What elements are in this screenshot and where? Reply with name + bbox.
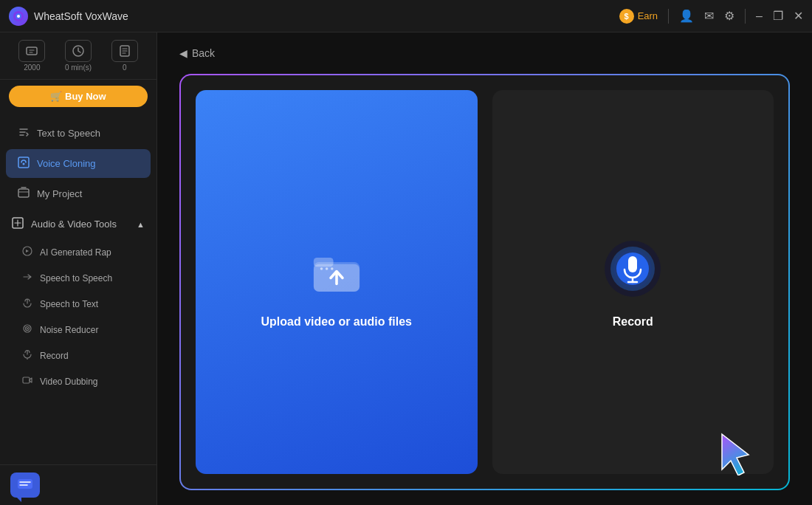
tools-chevron-icon: ▲ (137, 220, 145, 229)
sidebar-stats: 2000 0 min(s) 0 (0, 32, 156, 80)
sidebar-item-voice-cloning[interactable]: Voice Cloning (6, 149, 151, 178)
svg-rect-14 (23, 377, 30, 383)
svg-rect-6 (18, 157, 29, 168)
svg-point-20 (326, 267, 328, 270)
mail-icon[interactable]: ✉ (704, 9, 714, 23)
earn-label: Earn (638, 10, 658, 21)
speech-to-speech-icon (22, 272, 32, 284)
files-stat: 0 (103, 40, 146, 72)
upload-area: Upload video or audio files (179, 74, 790, 490)
titlebar: WheatSoft VoxWave $ Earn 👤 ✉ ⚙ – ❐ ✕ (0, 0, 812, 32)
svg-point-2 (17, 15, 20, 18)
audio-video-tools-group[interactable]: Audio & Video Tools ▲ (0, 210, 156, 238)
my-project-label: My Project (37, 188, 82, 199)
settings-icon[interactable]: ⚙ (724, 9, 734, 23)
minimize-button[interactable]: – (756, 10, 763, 23)
sidebar: 2000 0 min(s) 0 (0, 32, 157, 505)
tools-group-label: Audio & Video Tools (31, 219, 117, 230)
voice-cloning-label: Voice Cloning (37, 158, 96, 169)
titlebar-separator2 (745, 9, 746, 24)
record-card[interactable]: Record (492, 90, 774, 474)
upload-label: Upload video or audio files (261, 315, 412, 329)
sidebar-item-video-dubbing[interactable]: Video Dubbing (12, 369, 151, 394)
noise-reducer-label: Noise Reducer (40, 325, 98, 335)
microphone-svg-icon (599, 236, 666, 302)
titlebar-right: $ Earn 👤 ✉ ⚙ – ❐ ✕ (619, 9, 803, 24)
sidebar-item-speech-to-speech[interactable]: Speech to Speech (12, 266, 151, 290)
duration-value: 0 min(s) (65, 63, 92, 72)
sidebar-item-speech-to-text[interactable]: Speech to Text (12, 292, 151, 316)
account-icon[interactable]: 👤 (679, 9, 694, 23)
text-to-speech-icon (18, 126, 30, 140)
record-card-label: Record (613, 315, 653, 329)
credits-icon (18, 40, 45, 62)
mic-icon-wrap (599, 236, 666, 302)
speech-to-text-label: Speech to Text (40, 299, 98, 309)
svg-rect-8 (18, 189, 29, 197)
voice-cloning-icon (18, 157, 30, 171)
noise-reducer-icon (22, 323, 32, 336)
earn-coin-icon: $ (619, 9, 634, 24)
svg-rect-15 (18, 479, 32, 489)
svg-rect-3 (27, 47, 37, 55)
svg-point-13 (27, 328, 28, 329)
svg-point-21 (331, 267, 334, 270)
main-layout: 2000 0 min(s) 0 (0, 32, 812, 505)
credits-value: 2000 (24, 63, 40, 72)
earn-button[interactable]: $ Earn (619, 9, 658, 24)
upload-svg-icon (307, 239, 366, 298)
speech-to-speech-label: Speech to Speech (40, 273, 112, 284)
video-dubbing-icon (22, 375, 32, 388)
app-title: WheatSoft VoxWave (34, 10, 128, 22)
upload-icon-wrap (303, 236, 370, 302)
speech-to-text-icon (22, 298, 32, 310)
chat-widget[interactable] (10, 473, 146, 498)
maximize-button[interactable]: ❐ (773, 9, 783, 23)
record-icon (22, 349, 32, 362)
tools-icon (12, 217, 24, 231)
chat-bubble-icon[interactable] (10, 473, 40, 498)
credits-stat: 2000 (10, 40, 54, 72)
app-logo (9, 7, 28, 26)
duration-stat: 0 min(s) (57, 40, 100, 72)
text-to-speech-label: Text to Speech (37, 128, 100, 139)
svg-point-7 (23, 163, 25, 165)
sidebar-footer (0, 464, 156, 505)
svg-rect-26 (628, 256, 637, 272)
sidebar-item-my-project[interactable]: My Project (6, 179, 151, 208)
files-icon (111, 40, 138, 62)
back-label: Back (192, 47, 215, 59)
sidebar-item-noise-reducer[interactable]: Noise Reducer (12, 317, 151, 342)
buy-now-button[interactable]: 🛒 Buy Now (9, 86, 148, 107)
my-project-icon (18, 187, 30, 201)
back-button[interactable]: ◀ Back (179, 47, 790, 59)
files-value: 0 (123, 63, 127, 72)
sidebar-item-record[interactable]: Record (12, 343, 151, 368)
tools-submenu: AI Generated Rap Speech to Speech (0, 240, 156, 394)
sidebar-nav: Text to Speech Voice Cloning (0, 113, 156, 464)
ai-rap-icon (22, 246, 32, 258)
svg-rect-18 (314, 258, 334, 267)
titlebar-separator (668, 9, 669, 24)
video-dubbing-label: Video Dubbing (40, 377, 98, 387)
ai-rap-label: AI Generated Rap (40, 247, 111, 258)
back-chevron-icon: ◀ (179, 47, 187, 59)
sidebar-item-ai-rap[interactable]: AI Generated Rap (12, 240, 151, 264)
content-area: ◀ Back (157, 32, 812, 505)
titlebar-left: WheatSoft VoxWave (9, 7, 128, 26)
svg-point-19 (320, 267, 323, 270)
duration-icon (65, 40, 92, 62)
close-button[interactable]: ✕ (794, 9, 803, 23)
sidebar-item-text-to-speech[interactable]: Text to Speech (6, 119, 151, 148)
upload-card[interactable]: Upload video or audio files (196, 90, 478, 474)
record-label: Record (40, 351, 69, 361)
